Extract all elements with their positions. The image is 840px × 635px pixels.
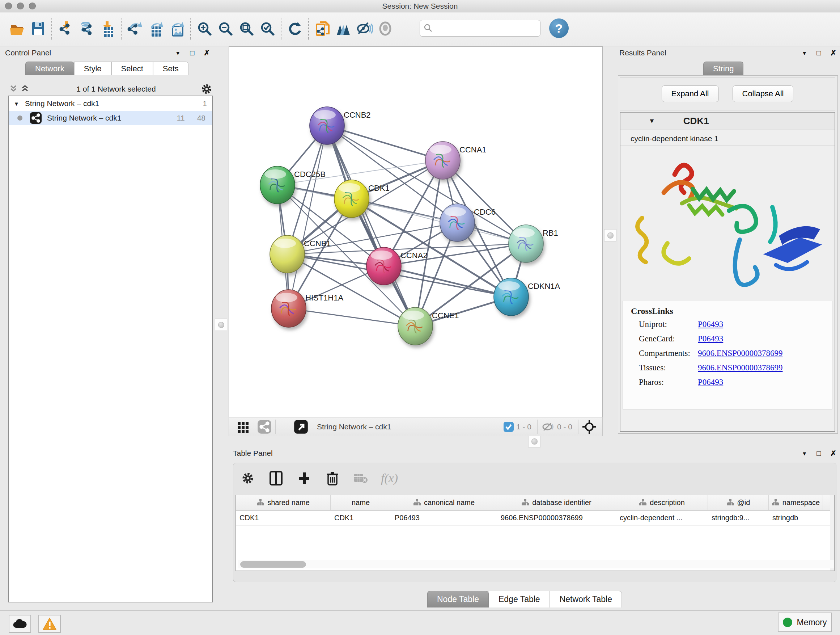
save-button[interactable]	[27, 19, 49, 40]
export-network-button[interactable]	[125, 19, 145, 40]
tab-edge-table[interactable]: Edge Table	[489, 591, 550, 608]
crosslink-link[interactable]: P06493	[698, 378, 723, 386]
gene-collapse-icon[interactable]: ▼	[649, 117, 655, 125]
memory-button[interactable]: Memory	[778, 613, 832, 632]
tab-string[interactable]: String	[703, 62, 744, 75]
zoom-selected-button[interactable]	[257, 19, 278, 40]
node-RB1[interactable]	[508, 225, 543, 263]
delete-table-icon[interactable]	[353, 470, 369, 486]
right-splitter[interactable]	[603, 46, 618, 436]
open-in-new-window-icon[interactable]	[294, 420, 308, 434]
apply-function-fx-button[interactable]: f(x)	[381, 471, 398, 485]
results-panel-menu-icon[interactable]: ▼	[802, 50, 807, 56]
cloud-status-button[interactable]	[9, 615, 31, 633]
results-panel-float-icon[interactable]: □	[816, 49, 821, 57]
network-canvas[interactable]: CCNB2CCNA1CDC25BCDK1CDC6RB1CCNB1CCNA2CDK…	[229, 46, 603, 417]
network-collection-row[interactable]: ▼ String Network – cdk1 1	[9, 96, 212, 111]
node-CCNB1[interactable]	[270, 235, 305, 273]
table-panel-float-icon[interactable]: □	[816, 449, 821, 458]
gene-section-header[interactable]: ▼ CDK1	[621, 112, 835, 130]
crosslink-link[interactable]: P06493	[698, 334, 723, 343]
crosslink-link[interactable]: P06493	[698, 320, 723, 329]
control-panel-float-icon[interactable]: □	[190, 49, 194, 57]
column-header-name[interactable]: name	[331, 495, 391, 510]
crosslink-link[interactable]: 9606.ENSP00000378699	[698, 363, 783, 372]
edge-HIST1H1A-CCNE1[interactable]	[289, 309, 415, 326]
edge-CCNB2-CCNA1[interactable]	[327, 126, 443, 160]
hide-graphics-details-button[interactable]	[354, 19, 375, 40]
column-header-database-identifier[interactable]: database identifier	[497, 495, 616, 510]
node-CCNB2[interactable]	[309, 107, 344, 144]
zoom-out-button[interactable]	[215, 19, 236, 40]
tab-network-table[interactable]: Network Table	[550, 591, 622, 608]
control-panel-close-icon[interactable]: ✗	[204, 49, 210, 57]
delete-column-trash-icon[interactable]	[325, 470, 340, 486]
node-CCNE1[interactable]	[398, 307, 433, 345]
bottom-splitter[interactable]	[229, 436, 840, 447]
search-input[interactable]	[433, 24, 534, 33]
crosslink-link[interactable]: 9606.ENSP00000378699	[698, 348, 783, 358]
node-CDK1[interactable]	[334, 180, 369, 218]
graphics-details-button[interactable]	[333, 19, 354, 40]
node-CDC6[interactable]	[440, 204, 475, 241]
collection-collapse-icon[interactable]: ▼	[14, 101, 19, 107]
tab-select[interactable]: Select	[111, 62, 153, 75]
node-CDC25B[interactable]	[260, 166, 295, 204]
table-row[interactable]: CDK1CDK1P064939606.ENSP00000378699cyclin…	[236, 510, 834, 526]
bottom-splitter-handle[interactable]	[528, 435, 540, 448]
tab-network[interactable]: Network	[25, 62, 74, 75]
column-header-canonical-name[interactable]: canonical name	[391, 495, 497, 510]
node-table[interactable]: shared namenamecanonical namedatabase id…	[235, 495, 835, 571]
zoom-fit-button[interactable]	[236, 19, 257, 40]
search-box[interactable]	[420, 20, 540, 36]
column-header-shared-name[interactable]: shared name	[236, 495, 331, 510]
add-column-plus-icon[interactable]	[296, 470, 312, 486]
column-header-description[interactable]: description	[616, 495, 708, 510]
edge-CCNB2-HIST1H1A[interactable]	[289, 126, 327, 309]
string-network-graph[interactable]: CCNB2CCNA1CDC25BCDK1CDC6RB1CCNB1CCNA2CDK…	[229, 47, 602, 417]
import-network-database-button[interactable]	[76, 19, 97, 40]
show-grid-icon[interactable]	[237, 421, 249, 433]
clone-network-button[interactable]	[312, 19, 333, 40]
network-share-icon[interactable]	[257, 420, 272, 434]
column-header-namespace[interactable]: namespace	[769, 495, 823, 510]
node-CDKN1A[interactable]	[494, 278, 529, 316]
network-options-gear-icon[interactable]	[201, 83, 213, 95]
node-CCNA2[interactable]	[366, 247, 401, 285]
table-settings-gear-icon[interactable]	[240, 470, 256, 486]
tab-style[interactable]: Style	[74, 62, 111, 75]
export-table-button[interactable]	[145, 19, 166, 40]
tab-sets[interactable]: Sets	[153, 62, 188, 75]
network-row-selected[interactable]: String Network – cdk1 11 48	[9, 111, 212, 125]
import-table-button[interactable]	[97, 19, 118, 40]
hidden-elements-eye-slash-icon[interactable]	[541, 421, 555, 432]
import-network-button[interactable]	[55, 19, 76, 40]
zoom-in-button[interactable]	[194, 19, 215, 40]
warning-status-button[interactable]	[38, 615, 61, 633]
right-splitter-handle[interactable]	[604, 229, 616, 241]
help-button[interactable]: ?	[549, 19, 569, 38]
collapse-all-button[interactable]: Collapse All	[733, 86, 794, 102]
expand-all-icon[interactable]	[19, 84, 32, 94]
table-panel-close-icon[interactable]: ✗	[830, 449, 836, 458]
control-panel-menu-icon[interactable]: ▼	[175, 50, 180, 56]
birdseye-navigator-icon[interactable]	[582, 420, 597, 434]
show-columns-icon[interactable]	[268, 470, 284, 486]
open-button[interactable]	[6, 19, 27, 40]
left-splitter-handle[interactable]	[215, 318, 227, 331]
node-HIST1H1A[interactable]	[271, 290, 306, 327]
collapse-all-icon[interactable]	[9, 84, 19, 94]
export-image-button[interactable]	[166, 19, 187, 40]
results-panel-close-icon[interactable]: ✗	[830, 49, 836, 57]
left-splitter[interactable]	[213, 46, 229, 602]
column-header-@id[interactable]: @id	[708, 495, 769, 510]
expand-all-button[interactable]: Expand All	[662, 86, 719, 102]
table-horizontal-scrollbar[interactable]	[238, 560, 835, 568]
table-vertical-scrollbar[interactable]	[830, 495, 834, 570]
birdseye-view-button[interactable]	[375, 19, 396, 40]
refresh-button[interactable]	[284, 19, 305, 40]
table-panel-menu-icon[interactable]: ▼	[802, 450, 807, 456]
selected-nodes-checkbox-icon[interactable]	[503, 421, 514, 432]
node-CCNA1[interactable]	[425, 141, 460, 179]
tab-node-table[interactable]: Node Table	[427, 591, 489, 608]
